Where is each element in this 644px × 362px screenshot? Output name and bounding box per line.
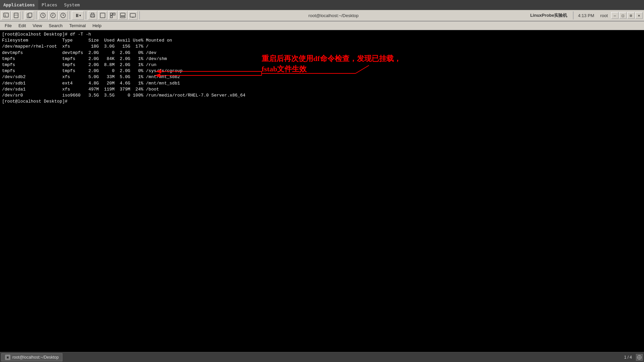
- menu-search[interactable]: Search: [45, 21, 66, 30]
- taskbar-terminal-item[interactable]: ▣ root@localhost:~/Desktop: [1, 353, 62, 361]
- window-controls: — □ ⊡ ✕: [611, 12, 643, 19]
- terminal-toolbar: $_ ⏸ ▼ root@localhost:~/Desktop LinuxPro…: [0, 10, 644, 21]
- terminal-line-6: tmpfs tmpfs 2.0G 0 2.0G 0% /sys/fs/cgrou…: [2, 68, 642, 74]
- svg-rect-2: [14, 13, 18, 18]
- menu-edit[interactable]: Edit: [15, 21, 29, 30]
- pause-icon: ⏸: [75, 13, 79, 18]
- network-icon[interactable]: [636, 354, 643, 361]
- svg-rect-12: [110, 13, 112, 15]
- fullscreen-btn[interactable]: [98, 11, 107, 20]
- taskbar-page-info: 1 / 4: [620, 355, 636, 360]
- svg-rect-13: [113, 13, 115, 15]
- terminal-line-10: /dev/sr0 iso9660 3.5G 3.5G 0 100% /run/m…: [2, 93, 642, 99]
- system-time: 4:13 PM: [575, 13, 597, 18]
- restore-btn[interactable]: ⊡: [627, 12, 635, 19]
- bottom-taskbar: ▣ root@localhost:~/Desktop 1 / 4: [0, 352, 644, 362]
- taskbar-terminal-label: root@localhost:~/Desktop: [12, 355, 59, 360]
- terminal-line-0: [root@localhost Desktop]# df -T -h: [2, 32, 642, 38]
- bookmark-btn[interactable]: [11, 11, 21, 20]
- toolbar-sep-5: [139, 11, 140, 19]
- copy-btn[interactable]: [25, 11, 34, 20]
- toolbar-sep-6: [573, 11, 574, 19]
- terminal-line-4: tmpfs tmpfs 2.0G 84K 2.0G 1% /dev/shm: [2, 56, 642, 62]
- svg-text:$_: $_: [4, 14, 8, 17]
- svg-rect-5: [29, 13, 32, 17]
- svg-rect-17: [130, 13, 136, 17]
- screen-btn[interactable]: [128, 11, 138, 20]
- maximize-btn[interactable]: □: [619, 12, 627, 19]
- svg-rect-14: [110, 16, 112, 18]
- system-label: LinuxProbe实验机: [526, 12, 572, 18]
- toolbar-sep-4: [86, 11, 86, 19]
- terminal-line-5: tmpfs tmpfs 2.0G 8.8M 2.0G 1% /run: [2, 62, 642, 68]
- pause-btn[interactable]: ⏸ ▼: [72, 11, 84, 20]
- terminal-line-3: devtmpfs devtmpfs 2.0G 0 2.0G 0% /dev: [2, 50, 642, 56]
- svg-rect-16: [120, 16, 125, 18]
- terminal-content: [root@localhost Desktop]# df -T -h Files…: [0, 30, 644, 352]
- terminal-line-9: /dev/sda1 xfs 497M 119M 379M 24% /boot: [2, 86, 642, 93]
- menu-help[interactable]: Help: [89, 21, 105, 30]
- toolbar-title: root@localhost:~/Desktop: [142, 13, 526, 18]
- terminal-line-7: /dev/sdb2 xfs 5.0G 33M 5.0G 1% /mnt/mnt_…: [2, 74, 642, 80]
- svg-rect-11: [100, 13, 105, 18]
- menu-terminal[interactable]: Terminal: [66, 21, 89, 30]
- terminal-line-1: Filesystem Type Size Used Avail Use% Mou…: [2, 38, 642, 44]
- print-btn[interactable]: [88, 11, 97, 20]
- toolbar-sep-3: [69, 11, 70, 19]
- layout-btn[interactable]: [118, 11, 127, 20]
- view-btn[interactable]: [108, 11, 117, 20]
- top-menubar: Applications Places System: [0, 0, 644, 10]
- places-menu[interactable]: Places: [38, 0, 61, 10]
- applications-menu[interactable]: Applications: [0, 0, 38, 10]
- system-menu[interactable]: System: [61, 0, 83, 10]
- next-tab-btn[interactable]: [58, 11, 68, 20]
- system-user: root: [598, 13, 610, 18]
- prev-tab-btn[interactable]: [48, 11, 58, 20]
- terminal-taskbar-icon: ▣: [5, 355, 10, 360]
- svg-rect-15: [120, 13, 125, 16]
- toolbar-sep-1: [22, 11, 23, 19]
- terminal-line-8: /dev/sdb1 ext4 4.8G 20M 4.6G 1% /mnt/mnt…: [2, 80, 642, 86]
- toolbar-sep-2: [36, 11, 37, 19]
- menu-file[interactable]: File: [1, 21, 15, 30]
- new-terminal-btn[interactable]: $_: [1, 11, 11, 20]
- menu-view[interactable]: View: [29, 21, 45, 30]
- minimize-btn[interactable]: —: [611, 12, 619, 19]
- terminal-prompt[interactable]: [root@localhost Desktop]#: [2, 99, 642, 105]
- dropdown-arrow: ▼: [79, 14, 81, 17]
- history-btn[interactable]: [38, 11, 48, 20]
- close-btn[interactable]: ✕: [635, 12, 643, 19]
- terminal-line-2: /dev/mapper/rhel-root xfs 18G 3.0G 15G 1…: [2, 44, 642, 50]
- terminal-menu-bar: File Edit View Search Terminal Help: [0, 21, 644, 30]
